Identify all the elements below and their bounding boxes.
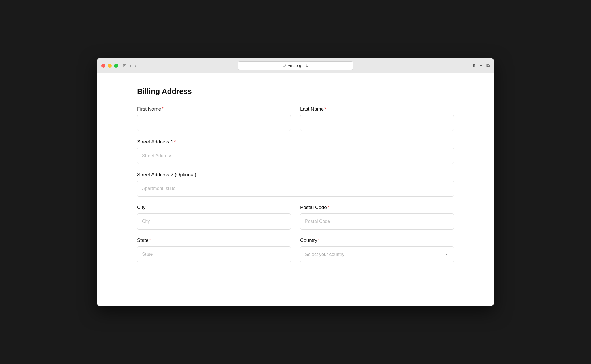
url-text: vrra.org	[288, 63, 301, 68]
postal-code-required: *	[327, 205, 329, 210]
traffic-light-green[interactable]	[114, 64, 118, 68]
last-name-input[interactable]	[300, 115, 454, 131]
browser-controls: ⊡ ‹ ›	[123, 63, 137, 68]
back-icon[interactable]: ‹	[130, 63, 131, 68]
refresh-icon[interactable]: ↻	[306, 64, 308, 68]
street-address-2-group: Street Address 2 (Optional)	[137, 172, 454, 197]
last-name-group: Last Name*	[300, 106, 454, 131]
last-name-label: Last Name*	[300, 106, 454, 112]
street-address-1-group: Street Address 1*	[137, 139, 454, 164]
last-name-required: *	[324, 106, 326, 112]
city-required: *	[146, 205, 148, 210]
first-name-input[interactable]	[137, 115, 291, 131]
state-country-row: State* Country* Select your country Unit…	[137, 238, 454, 262]
city-label: City*	[137, 205, 291, 211]
country-label: Country*	[300, 238, 454, 243]
security-icon: 🛡	[283, 64, 286, 68]
postal-code-group: Postal Code*	[300, 205, 454, 230]
state-group: State*	[137, 238, 291, 262]
name-row: First Name* Last Name*	[137, 106, 454, 131]
city-input[interactable]	[137, 213, 291, 230]
tabs-icon[interactable]: ⧉	[486, 63, 490, 68]
browser-window: ⊡ ‹ › 🛡 vrra.org ↻ ⬆ + ⧉ Billing Address…	[97, 58, 494, 306]
forward-icon[interactable]: ›	[135, 63, 136, 68]
browser-actions: ⬆ + ⧉	[472, 63, 490, 68]
first-name-label: First Name*	[137, 106, 291, 112]
traffic-lights	[101, 64, 118, 68]
traffic-light-red[interactable]	[101, 64, 105, 68]
street-address-2-input[interactable]	[137, 181, 454, 197]
city-postal-row: City* Postal Code*	[137, 205, 454, 230]
street-address-1-input[interactable]	[137, 148, 454, 164]
country-required: *	[318, 238, 320, 243]
share-icon[interactable]: ⬆	[472, 63, 476, 68]
traffic-light-yellow[interactable]	[108, 64, 112, 68]
page-title: Billing Address	[137, 87, 454, 96]
browser-chrome: ⊡ ‹ › 🛡 vrra.org ↻ ⬆ + ⧉	[97, 58, 494, 73]
page-content: Billing Address First Name* Last Name* S…	[97, 73, 494, 306]
street-address-1-label: Street Address 1*	[137, 139, 454, 145]
postal-code-input[interactable]	[300, 213, 454, 230]
first-name-group: First Name*	[137, 106, 291, 131]
country-group: Country* Select your country United Stat…	[300, 238, 454, 262]
street-address-1-required: *	[174, 139, 176, 145]
state-label: State*	[137, 238, 291, 243]
street-address-2-row: Street Address 2 (Optional)	[137, 172, 454, 197]
sidebar-toggle-icon[interactable]: ⊡	[123, 63, 126, 68]
city-group: City*	[137, 205, 291, 230]
address-bar[interactable]: 🛡 vrra.org ↻	[238, 61, 353, 70]
state-required: *	[149, 238, 151, 243]
street-address-2-label: Street Address 2 (Optional)	[137, 172, 454, 178]
state-input[interactable]	[137, 246, 291, 262]
postal-code-label: Postal Code*	[300, 205, 454, 211]
first-name-required: *	[162, 106, 164, 112]
new-tab-icon[interactable]: +	[480, 63, 482, 68]
street-address-1-row: Street Address 1*	[137, 139, 454, 164]
country-select[interactable]: Select your country United States Canada…	[300, 246, 454, 262]
